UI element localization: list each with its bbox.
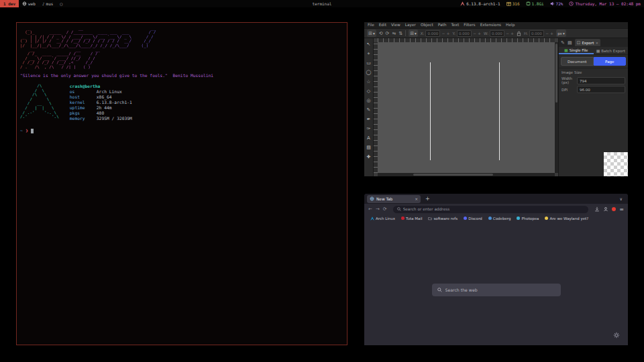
menu-file[interactable]: File: [368, 22, 374, 28]
lock-ratio-icon[interactable]: [517, 31, 521, 36]
menu-extensions[interactable]: Extensions: [480, 22, 501, 28]
close-icon[interactable]: ×: [595, 41, 598, 45]
shell-prompt[interactable]: ~ ❯: [20, 128, 343, 133]
flip-vertical-icon[interactable]: ⇅: [398, 31, 402, 36]
bookmark-codeberg[interactable]: Codeberg: [488, 217, 511, 221]
rotate-cw-icon[interactable]: ⟳: [386, 31, 390, 36]
browser-tab[interactable]: New Tab ×: [367, 195, 421, 203]
document-button[interactable]: Document: [561, 57, 594, 66]
menu-object[interactable]: Object: [421, 22, 433, 28]
units-dropdown[interactable]: px▾: [556, 29, 566, 37]
x-label: X:: [421, 32, 425, 36]
account-icon[interactable]: [603, 206, 608, 212]
bookmark-folder-software-refs[interactable]: software refs: [428, 217, 458, 221]
pencil-tool[interactable]: ✎: [367, 105, 371, 115]
reload-button[interactable]: ⟳: [383, 206, 387, 212]
object-properties-icon[interactable]: ✎: [561, 40, 565, 46]
new-tab-button[interactable]: +: [425, 196, 430, 202]
flip-horizontal-icon[interactable]: ⇋: [392, 31, 396, 36]
ellipse-tool[interactable]: ◯: [366, 68, 372, 77]
tab-list-chevron-icon[interactable]: ∨: [620, 196, 623, 201]
globe-icon: [22, 1, 27, 6]
dialog-dock-tabs: ✎ ▤ ⊡ Export ×: [559, 38, 628, 47]
export-dock-tab[interactable]: ⊡ Export ×: [575, 39, 601, 46]
bookmark-tuta-mail[interactable]: Tuta Mail: [401, 217, 422, 221]
w-input[interactable]: 0.000: [490, 30, 504, 37]
dpi-label: DPI: [561, 88, 575, 92]
address-bar[interactable]: [393, 206, 589, 213]
fetch-label: kernel: [70, 100, 97, 105]
x-plus-button[interactable]: +: [446, 31, 449, 36]
gradient-tool[interactable]: ▧: [366, 143, 371, 152]
menu-path[interactable]: Path: [438, 22, 447, 28]
bookmark-are-we-wayland-yet[interactable]: Are we Wayland yet?: [545, 217, 588, 221]
selection-mode-button[interactable]: ⊞▾: [367, 29, 376, 37]
ublock-extension-icon[interactable]: [612, 207, 616, 211]
width-input[interactable]: 794: [577, 77, 625, 84]
star-tool[interactable]: ☆: [366, 77, 370, 86]
fetch-label: uptime: [70, 105, 97, 111]
downloads-icon[interactable]: [594, 206, 600, 212]
align-button[interactable]: ⊞▾: [409, 29, 418, 37]
bookmark-label: Photopea: [521, 217, 539, 221]
menu-text[interactable]: Text: [451, 22, 460, 28]
web-search-box[interactable]: [432, 284, 561, 296]
bookmark-arch-linux[interactable]: Arch Linux: [370, 217, 395, 221]
workspace-web[interactable]: web: [19, 0, 39, 7]
h-input[interactable]: 0.000: [529, 30, 544, 37]
rotate-ccw-icon[interactable]: ⟲: [379, 31, 383, 36]
workspace-mus[interactable]: ♪ mus: [39, 0, 56, 7]
text-tool[interactable]: A: [367, 133, 370, 143]
h-minus-button[interactable]: −: [545, 31, 549, 36]
terminal-window[interactable]: _ __ __ (_)_ _____ / /________ ____ ___ …: [16, 22, 347, 345]
web-search-input[interactable]: [445, 288, 555, 292]
calligraphy-tool[interactable]: ✑: [367, 124, 371, 133]
w-minus-button[interactable]: −: [506, 31, 509, 36]
vertical-guide[interactable]: [499, 62, 500, 160]
menu-icon[interactable]: ≡: [619, 206, 624, 213]
h-plus-button[interactable]: +: [550, 31, 553, 36]
tab-single-file[interactable]: ▦Single File: [559, 47, 594, 54]
tab-batch-export[interactable]: ▦Batch Export: [594, 47, 629, 54]
rectangle-tool[interactable]: ▭: [366, 58, 371, 68]
drawing-canvas[interactable]: [378, 42, 555, 173]
box-3d-tool[interactable]: ◇: [367, 86, 370, 96]
menu-filters[interactable]: Filters: [464, 22, 475, 28]
selector-tool[interactable]: ↖: [367, 40, 371, 49]
scrollbar-thumb[interactable]: [555, 44, 557, 103]
h-field: H:0.000−+: [524, 30, 553, 37]
forward-button[interactable]: →: [376, 206, 380, 212]
pen-tool[interactable]: ✒: [367, 115, 371, 124]
x-input[interactable]: 0.000: [425, 30, 440, 37]
dpi-input[interactable]: 96.00: [577, 86, 625, 93]
workspace-scratch[interactable]: ▢: [56, 0, 66, 7]
horizontal-scrollbar[interactable]: [378, 173, 555, 176]
bookmark-discord[interactable]: Discord: [464, 217, 482, 221]
layers-icon[interactable]: ▤: [568, 40, 572, 46]
new-tab-page: [364, 222, 628, 345]
page-button[interactable]: Page: [594, 57, 627, 66]
y-plus-button[interactable]: +: [478, 31, 481, 36]
menu-view[interactable]: View: [391, 22, 400, 28]
scrollbar-thumb[interactable]: [413, 174, 493, 176]
vertical-scrollbar[interactable]: [555, 42, 558, 173]
dropper-tool[interactable]: ✚: [367, 152, 371, 162]
w-plus-button[interactable]: +: [511, 31, 514, 36]
back-button[interactable]: ←: [368, 206, 372, 212]
x-minus-button[interactable]: −: [441, 31, 445, 36]
export-panel: ✎ ▤ ⊡ Export × ▦Single File ▦Batch Expor…: [558, 38, 628, 176]
bookmark-photopea[interactable]: Photopea: [517, 217, 539, 221]
canvas-area[interactable]: [374, 38, 558, 176]
gear-icon[interactable]: [613, 332, 620, 339]
y-input[interactable]: 0.000: [457, 30, 472, 37]
node-editor-tool[interactable]: ⌖: [368, 49, 370, 58]
spiral-tool[interactable]: ◎: [366, 96, 370, 105]
menu-layer[interactable]: Layer: [405, 22, 416, 28]
vertical-guide[interactable]: [430, 62, 431, 160]
workspace-dev[interactable]: 1 dev: [0, 0, 19, 7]
address-input[interactable]: [403, 207, 585, 211]
y-minus-button[interactable]: −: [473, 31, 476, 36]
menu-edit[interactable]: Edit: [379, 22, 386, 28]
menu-help[interactable]: Help: [506, 22, 515, 28]
close-tab-icon[interactable]: ×: [415, 197, 418, 201]
